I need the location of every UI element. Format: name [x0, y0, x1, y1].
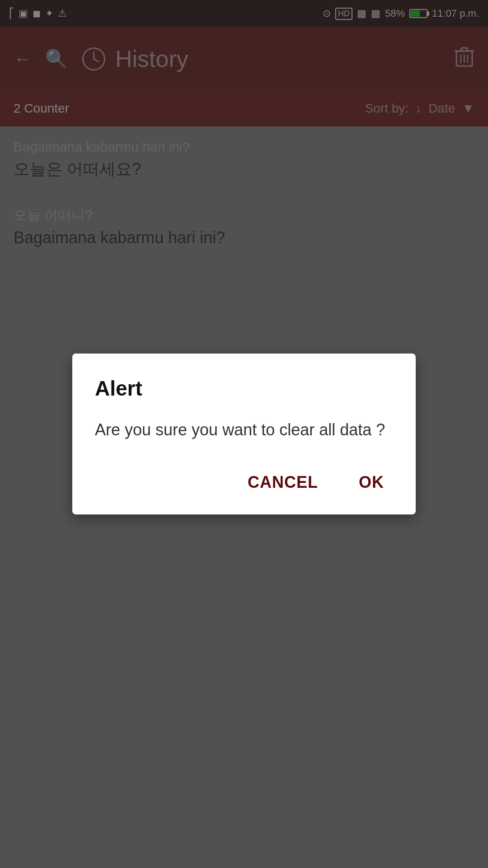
dialog-title: Alert [95, 376, 393, 401]
alert-dialog: Alert Are you sure you want to clear all… [72, 354, 416, 514]
cancel-button[interactable]: CANCEL [239, 468, 327, 496]
dialog-overlay: Alert Are you sure you want to clear all… [0, 0, 488, 868]
dialog-buttons: CANCEL OK [95, 468, 393, 496]
ok-button[interactable]: OK [350, 468, 393, 496]
dialog-message: Are you sure you want to clear all data … [95, 419, 393, 441]
